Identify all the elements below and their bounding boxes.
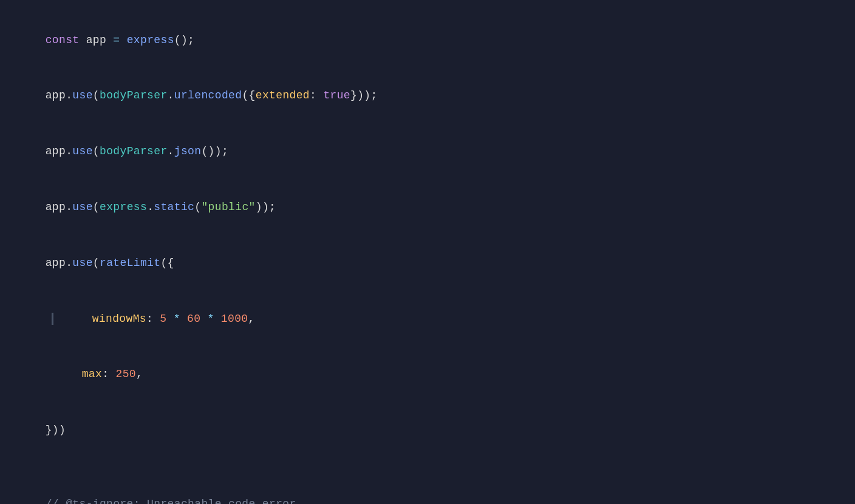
code-editor: const app = express(); app.use(bodyParse… (0, 0, 855, 504)
code-line-1: const app = express(); (18, 12, 837, 68)
code-line-4: app.use(express.static("public")); (18, 179, 837, 235)
code-line-3: app.use(bodyParser.json()); (18, 124, 837, 180)
code-line-2: app.use(bodyParser.urlencoded({extended:… (18, 68, 837, 124)
code-line-6: windowMs: 5 * 60 * 1000, (18, 291, 837, 347)
code-line-blank1 (18, 458, 837, 477)
code-line-8: })) (18, 402, 837, 458)
code-line-9: // @ts-ignore: Unreachable code error (18, 477, 837, 504)
code-line-5: app.use(rateLimit({ (18, 235, 837, 291)
code-line-7: max: 250, (18, 347, 837, 403)
